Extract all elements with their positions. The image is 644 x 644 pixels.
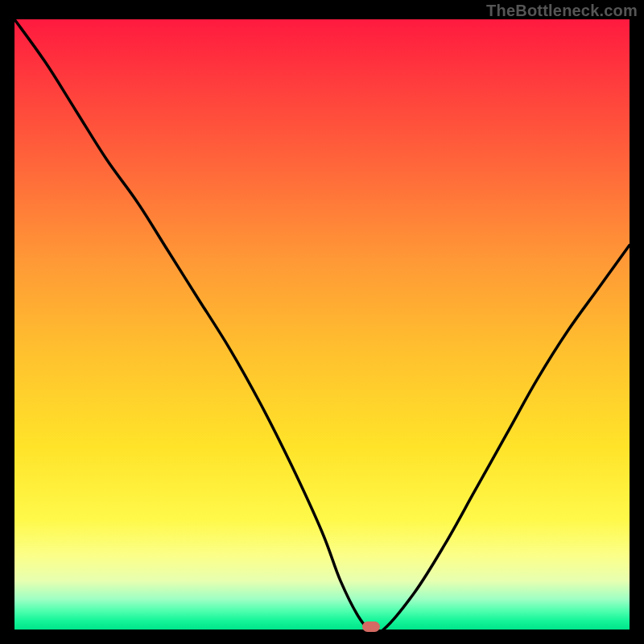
- bottleneck-curve: [14, 19, 630, 630]
- watermark-text: TheBottleneck.com: [486, 2, 638, 20]
- optimum-marker: [362, 621, 380, 632]
- curve-path: [14, 19, 630, 633]
- plot-area: [14, 19, 630, 630]
- chart-stage: TheBottleneck.com: [0, 0, 644, 644]
